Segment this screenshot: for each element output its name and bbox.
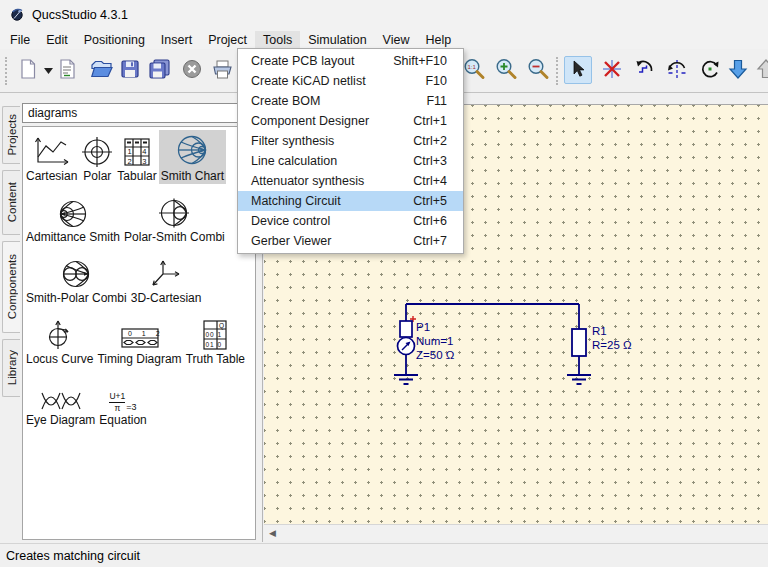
menu-item-matching-circuit[interactable]: Matching CircuitCtrl+5 [238,191,463,211]
svg-text:00 1: 00 1 [206,331,223,338]
menu-item-gerber-viewer[interactable]: Gerber ViewerCtrl+7 [238,231,463,251]
truth-table-diagram-icon: Q00 101 0 [201,315,229,351]
menu-positioning[interactable]: Positioning [76,31,153,49]
print-button[interactable] [208,56,236,84]
sidebar-tab-content[interactable]: Content [2,170,20,235]
open-file-button[interactable] [87,56,115,84]
menu-item-device-control[interactable]: Device controlCtrl+6 [238,211,463,231]
diagram-item-locus-curve[interactable]: Locus Curve [24,313,95,367]
rotate-arrow-icon [699,58,721,83]
svg-text:01 0: 01 0 [206,341,223,348]
zoom-in-button[interactable] [492,56,520,84]
menu-insert[interactable]: Insert [153,31,200,49]
close-icon [181,58,203,83]
menu-file[interactable]: File [2,31,38,49]
menu-item-line-calculation[interactable]: Line calculationCtrl+3 [238,151,463,171]
svg-text:Q: Q [219,322,224,330]
pointer-arrow-icon [568,59,588,82]
menu-view[interactable]: View [375,31,418,49]
components-panel: diagrams Cartesian Polar 1 4 22 3 5 Tabu… [20,95,258,542]
menu-item-create-bom[interactable]: Create BOMF11 [238,91,463,111]
svg-text:Z=50 Ω: Z=50 Ω [416,349,455,361]
eye-diagram-icon [40,376,82,412]
diagram-item-truth-table[interactable]: Q00 101 0 Truth Table [184,313,247,367]
zoom-out-icon [526,57,550,84]
cartesian-diagram-icon [30,132,74,168]
horizontal-scrollbar[interactable]: ◀ [264,524,768,541]
diagram-item-smith-chart[interactable]: Smith Chart [159,130,226,184]
menu-edit[interactable]: Edit [38,31,76,49]
diagram-item-tabular[interactable]: 1 4 22 3 5 Tabular [115,130,158,184]
status-bar: Creates matching circuit [0,543,768,567]
sidebar-tab-projects[interactable]: Projects [2,106,20,164]
menu-item-component-designer[interactable]: Component DesignerCtrl+1 [238,111,463,131]
rotate-button[interactable] [696,56,724,84]
smith-chart-diagram-icon [173,132,211,168]
sidebar-tab-components[interactable]: Components [2,241,20,333]
rotate-component-button[interactable] [630,56,658,84]
menu-item-create-pcb-layout[interactable]: Create PCB layoutShift+F10 [238,51,463,71]
toolbar-separator [556,57,558,85]
close-document-button[interactable] [178,56,206,84]
app-logo-icon [9,6,25,25]
smith-polar-combi-diagram-icon [59,254,93,290]
tabular-diagram-icon: 1 4 22 3 5 [122,132,152,168]
diagram-item-timing-diagram[interactable]: 0 1 2 Timing Diagram [95,313,183,367]
menu-item-filter-synthesis[interactable]: Filter synthesisCtrl+2 [238,131,463,151]
rotate-component-icon [632,57,656,84]
diagram-item-3d-cartesian[interactable]: 3D-Cartesian [129,252,204,306]
new-text-document-button[interactable] [54,56,82,84]
select-pointer-button[interactable] [564,56,592,84]
mirror-about-axis-button[interactable] [663,56,691,84]
polar-diagram-icon [81,132,113,168]
menu-simulation[interactable]: Simulation [300,31,374,49]
svg-text:R1: R1 [592,325,607,337]
delete-x-icon [601,58,623,83]
ground-symbol [567,375,591,384]
save-all-icon [148,58,172,83]
diagram-item-admittance-smith[interactable]: Admittance Smith [24,191,122,245]
new-file-button[interactable] [14,56,42,84]
zoom-1-1-icon: 1:1 [462,57,486,84]
diagram-item-equation[interactable]: U+1π=3 Equation [97,374,148,428]
diagram-item-smith-polar-combi[interactable]: Smith-Polar Combi [24,252,129,306]
timing-diagram-icon: 0 1 2 [120,315,160,351]
diagram-item-polar-smith-combi[interactable]: Polar-Smith Combi [122,191,227,245]
diagram-item-polar[interactable]: Polar [79,130,115,184]
resistor-r1[interactable]: R1 R=25 Ω [572,325,632,356]
dropdown-arrow-icon [44,63,53,77]
diagram-item-cartesian[interactable]: Cartesian [24,130,79,184]
port-p1[interactable]: P1 Num=1 Z=50 Ω [398,316,455,361]
diagram-list: Cartesian Polar 1 4 22 3 5 Tabular Smith… [22,126,256,540]
scroll-left-arrow[interactable]: ◀ [264,525,281,541]
toolbar-grip[interactable] [5,57,7,85]
new-file-icon [17,58,39,83]
diagram-item-eye-diagram[interactable]: Eye Diagram [24,374,97,428]
svg-text:2 3 5: 2 3 5 [128,157,153,166]
save-floppy-icon [119,58,141,83]
sidebar-tab-library[interactable]: Library [2,339,20,397]
move-down-button[interactable] [724,56,752,84]
status-text: Creates matching circuit [6,549,140,563]
menu-tools[interactable]: Tools [255,31,300,49]
printer-icon [211,58,234,83]
zoom-1-1-button[interactable]: 1:1 [460,56,488,84]
svg-text:0 1 2: 0 1 2 [128,330,160,337]
move-up-button[interactable] [752,56,768,84]
tools-menu: Create PCB layoutShift+F10 Create KiCAD … [237,48,464,254]
save-all-button[interactable] [146,56,174,84]
save-button[interactable] [116,56,144,84]
menu-item-attenuator-synthesis[interactable]: Attenuator synthesisCtrl+4 [238,171,463,191]
zoom-in-icon [494,57,518,84]
menu-help[interactable]: Help [417,31,459,49]
menu-item-create-kicad-netlist[interactable]: Create KiCAD netlistF10 [238,71,463,91]
window-title: QucsStudio 4.3.1 [32,8,128,22]
component-category-select[interactable]: diagrams [22,103,254,123]
ground-symbol [394,375,418,384]
zoom-out-button[interactable] [524,56,552,84]
up-arrow-icon [755,58,768,83]
menu-project[interactable]: Project [200,31,255,49]
admittance-smith-diagram-icon [57,193,89,229]
delete-button[interactable] [598,56,626,84]
new-file-menu-button[interactable] [42,56,54,84]
